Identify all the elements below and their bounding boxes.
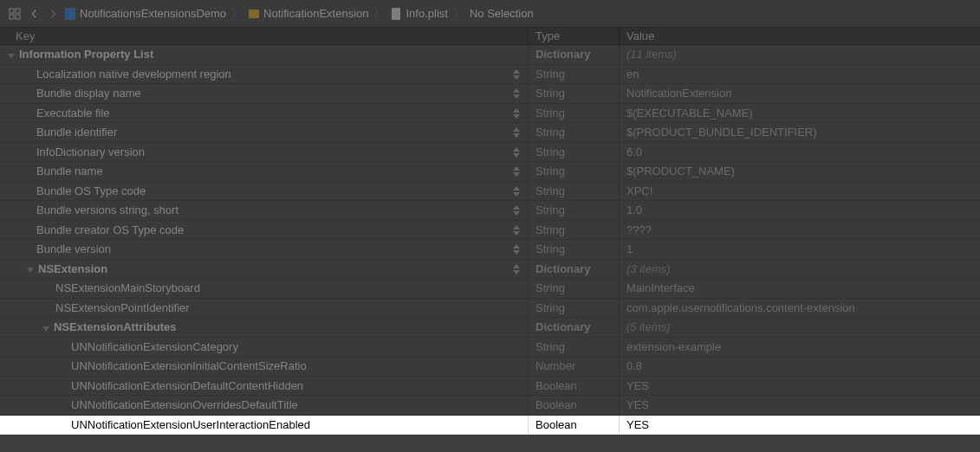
type-cell[interactable]: Boolean: [529, 377, 620, 396]
plist-row[interactable]: Localization native development regionSt…: [0, 65, 980, 85]
key-cell[interactable]: Bundle version: [0, 240, 529, 259]
plist-row[interactable]: UNNotificationExtensionDefaultContentHid…: [0, 377, 980, 397]
plist-row[interactable]: InfoDictionary versionString6.0: [0, 143, 980, 163]
key-stepper-icon[interactable]: [512, 126, 522, 139]
key-cell[interactable]: UNNotificationExtensionInitialContentSiz…: [0, 357, 529, 376]
key-cell[interactable]: Bundle name: [0, 162, 529, 181]
value-cell[interactable]: (11 items): [620, 45, 980, 64]
key-stepper-icon[interactable]: [512, 146, 522, 158]
key-cell[interactable]: UNNotificationExtensionDefaultContentHid…: [0, 377, 529, 396]
plist-row[interactable]: Bundle OS Type codeStringXPC!: [0, 182, 980, 202]
plist-row[interactable]: Bundle display nameStringNotificationExt…: [0, 84, 980, 104]
key-stepper-icon[interactable]: [512, 263, 522, 275]
key-cell[interactable]: Bundle display name: [0, 84, 529, 103]
plist-row[interactable]: UNNotificationExtensionUserInteractionEn…: [0, 416, 980, 436]
value-cell[interactable]: ????: [620, 221, 980, 240]
plist-row[interactable]: NSExtensionPointIdentifierStringcom.appl…: [0, 299, 980, 319]
plist-row[interactable]: NSExtensionMainStoryboardStringMainInter…: [0, 279, 980, 299]
key-cell[interactable]: NSExtension: [0, 260, 529, 279]
type-cell[interactable]: String: [529, 201, 620, 220]
value-cell[interactable]: (5 items): [620, 318, 980, 337]
type-cell[interactable]: String: [529, 240, 620, 259]
value-cell[interactable]: YES: [620, 377, 980, 396]
plist-row[interactable]: Bundle nameString$(PRODUCT_NAME): [0, 162, 980, 182]
disclosure-triangle-icon[interactable]: [26, 264, 35, 273]
type-cell[interactable]: String: [529, 123, 620, 142]
key-cell[interactable]: NSExtensionAttributes: [0, 318, 529, 337]
type-cell[interactable]: String: [529, 279, 620, 298]
key-stepper-icon[interactable]: [512, 185, 522, 197]
key-cell[interactable]: NSExtensionMainStoryboard: [0, 279, 529, 298]
type-cell[interactable]: Dictionary: [529, 45, 620, 64]
type-cell[interactable]: String: [529, 162, 620, 181]
key-cell[interactable]: NSExtensionPointIdentifier: [0, 299, 529, 318]
related-items-icon[interactable]: [7, 6, 23, 22]
value-cell[interactable]: extension-example: [620, 338, 980, 357]
plist-row[interactable]: Bundle versions string, shortString1.0: [0, 201, 980, 221]
type-cell[interactable]: String: [529, 338, 620, 357]
key-stepper-icon[interactable]: [512, 107, 522, 119]
header-type[interactable]: Type: [529, 28, 620, 44]
type-cell[interactable]: String: [529, 143, 620, 162]
key-cell[interactable]: InfoDictionary version: [0, 143, 529, 162]
key-cell[interactable]: UNNotificationExtensionCategory: [0, 338, 529, 357]
value-cell[interactable]: (3 items): [620, 260, 980, 279]
plist-row[interactable]: UNNotificationExtensionCategoryStringext…: [0, 338, 980, 358]
value-cell[interactable]: $(EXECUTABLE_NAME): [620, 104, 980, 123]
type-cell[interactable]: String: [529, 65, 620, 84]
key-stepper-icon[interactable]: [512, 243, 522, 255]
value-cell[interactable]: 0.8: [620, 357, 980, 376]
value-cell[interactable]: NotificationExtension: [620, 84, 980, 103]
type-cell[interactable]: String: [529, 104, 620, 123]
key-stepper-icon[interactable]: [512, 204, 522, 216]
nav-back-button[interactable]: [26, 6, 42, 22]
type-cell[interactable]: String: [529, 84, 620, 103]
key-cell[interactable]: UNNotificationExtensionUserInteractionEn…: [0, 416, 529, 435]
plist-row[interactable]: UNNotificationExtensionInitialContentSiz…: [0, 357, 980, 377]
disclosure-triangle-icon[interactable]: [7, 50, 16, 59]
plist-row[interactable]: NSExtensionAttributesDictionary(5 items): [0, 318, 980, 338]
type-cell[interactable]: String: [529, 182, 620, 201]
plist-row[interactable]: Bundle versionString1: [0, 240, 980, 260]
value-cell[interactable]: com.apple.usernotifications.content-exte…: [620, 299, 980, 318]
key-stepper-icon[interactable]: [512, 165, 522, 178]
breadcrumb-item-project[interactable]: NotificationsExtensionsDemo: [64, 7, 226, 21]
nav-forward-button[interactable]: [45, 6, 61, 22]
value-cell[interactable]: 6.0: [620, 143, 980, 162]
key-stepper-icon[interactable]: [512, 224, 522, 236]
breadcrumb-item-selection[interactable]: No Selection: [470, 7, 534, 20]
key-stepper-icon[interactable]: [512, 68, 522, 81]
value-cell[interactable]: 1.0: [620, 201, 980, 220]
plist-row[interactable]: Executable fileString$(EXECUTABLE_NAME): [0, 104, 980, 124]
header-key[interactable]: Key: [0, 28, 529, 44]
value-cell[interactable]: en: [620, 65, 980, 84]
value-cell[interactable]: $(PRODUCT_BUNDLE_IDENTIFIER): [620, 123, 980, 142]
value-cell[interactable]: $(PRODUCT_NAME): [620, 162, 980, 181]
header-value[interactable]: Value: [620, 28, 980, 44]
value-cell[interactable]: YES: [620, 416, 980, 435]
breadcrumb-item-file[interactable]: Info.plist: [390, 7, 447, 21]
key-cell[interactable]: Executable file: [0, 104, 529, 123]
key-cell[interactable]: UNNotificationExtensionOverridesDefaultT…: [0, 396, 529, 415]
plist-row[interactable]: Bundle identifierString$(PRODUCT_BUNDLE_…: [0, 123, 980, 143]
key-cell[interactable]: Bundle identifier: [0, 123, 529, 142]
key-cell[interactable]: Information Property List: [0, 45, 529, 64]
key-stepper-icon[interactable]: [512, 87, 522, 100]
key-cell[interactable]: Bundle OS Type code: [0, 182, 529, 201]
disclosure-triangle-icon[interactable]: [42, 323, 50, 332]
type-cell[interactable]: Boolean: [529, 396, 620, 415]
type-cell[interactable]: String: [529, 299, 620, 318]
value-cell[interactable]: MainInterface: [620, 279, 980, 298]
plist-row[interactable]: Information Property ListDictionary(11 i…: [0, 45, 980, 65]
type-cell[interactable]: Dictionary: [529, 318, 620, 337]
plist-row[interactable]: UNNotificationExtensionOverridesDefaultT…: [0, 396, 980, 416]
key-cell[interactable]: Bundle creator OS Type code: [0, 221, 529, 240]
breadcrumb-item-target[interactable]: NotificationExtension: [248, 7, 368, 21]
key-cell[interactable]: Bundle versions string, short: [0, 201, 529, 220]
type-cell[interactable]: Number: [529, 357, 620, 376]
value-cell[interactable]: XPC!: [620, 182, 980, 201]
value-cell[interactable]: 1: [620, 240, 980, 259]
type-cell[interactable]: Dictionary: [529, 260, 620, 279]
value-cell[interactable]: YES: [620, 396, 980, 415]
plist-row[interactable]: NSExtensionDictionary(3 items): [0, 260, 980, 280]
